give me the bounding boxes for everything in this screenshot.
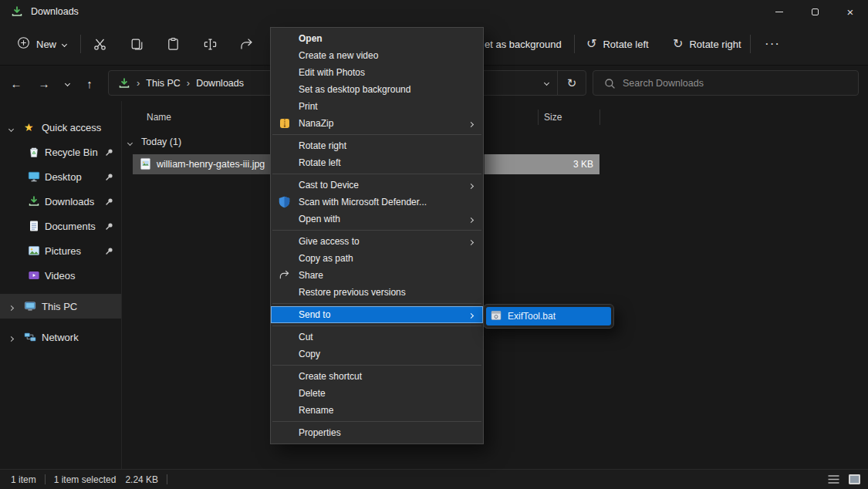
menu-item-share[interactable]: Share [271,267,483,284]
chevron-down-icon [64,80,69,86]
more-options-button[interactable]: ··· [758,30,787,58]
rotate-right-button[interactable]: ↻ Rotate right [665,30,749,58]
sidebar-item-desktop[interactable]: Desktop [0,164,121,189]
pin-icon [105,173,113,181]
status-divider [45,474,46,484]
menu-item-properties[interactable]: Properties [271,424,483,441]
copy-button[interactable] [122,30,151,58]
sidebar-item-label: Recycle Bin [45,147,98,158]
menu-item-rotate-left[interactable]: Rotate left [271,154,483,171]
search-input[interactable] [623,71,854,95]
star-icon: ★ [24,122,34,133]
window-title: Downloads [31,6,79,17]
sidebar-item-quick-access[interactable]: ★ Quick access [0,115,121,140]
menu-item-edit-with-photos[interactable]: Edit with Photos [271,64,483,81]
column-header-name[interactable]: Name [147,107,171,127]
breadcrumb-this-pc[interactable]: This PC [146,78,180,89]
recent-locations-button[interactable] [56,72,79,95]
menu-item-open[interactable]: Open [271,30,483,47]
pin-icon [105,197,113,206]
paste-button[interactable] [158,30,187,58]
minimize-button[interactable] [762,0,797,23]
this-pc-icon [24,300,36,312]
submenu-item-exiftool-bat[interactable]: ExifTool.bat [486,307,611,325]
menu-item-cast-to-device[interactable]: Cast to Device [271,177,483,194]
expand-chevron-icon[interactable] [9,301,13,312]
pin-icon [105,148,113,157]
menu-item-set-as-desktop-background[interactable]: Set as desktop background [271,81,483,98]
breadcrumb-downloads[interactable]: Downloads [196,78,244,89]
menu-item-restore-previous-versions[interactable]: Restore previous versions [271,284,483,301]
collapse-chevron-icon[interactable] [128,137,132,147]
new-button[interactable]: New [8,30,76,58]
sidebar-item-this-pc[interactable]: This PC [0,294,121,319]
expand-chevron-icon[interactable] [9,122,13,133]
column-divider[interactable] [599,110,600,125]
recycle-bin-icon [28,146,40,158]
downloads-folder-icon [11,5,23,18]
image-file-icon [139,157,152,170]
submenu-chevron-icon [469,236,473,247]
back-button[interactable]: ← [5,72,28,95]
share-button[interactable] [231,30,261,58]
sidebar-item-recycle-bin[interactable]: Recycle Bin [0,140,121,164]
cut-button[interactable] [85,30,114,58]
rename-button[interactable] [195,30,225,58]
menu-item-copy[interactable]: Copy [271,346,483,363]
menu-item-give-access-to[interactable]: Give access to [271,233,483,250]
close-button[interactable]: × [833,0,868,23]
sidebar-item-label: Network [42,332,79,343]
menu-item-send-to[interactable]: Send to [271,306,483,323]
menu-separator [272,421,481,422]
sidebar-item-label: Desktop [45,171,82,183]
menu-item-delete[interactable]: Delete [271,385,483,402]
menu-item-copy-as-path[interactable]: Copy as path [271,250,483,267]
maximize-button[interactable] [797,0,833,23]
up-icon: ↑ [86,77,93,90]
sidebar-item-pictures[interactable]: Pictures [0,238,121,263]
sidebar-item-label: Pictures [45,245,81,257]
sidebar-item-label: Documents [45,221,96,232]
menu-item-rename[interactable]: Rename [271,402,483,419]
details-view-button[interactable] [826,473,841,487]
submenu-chevron-icon [469,118,473,129]
address-dropdown-button[interactable] [535,81,557,85]
pictures-icon [28,244,40,257]
menu-item-nanazip[interactable]: NanaZip [271,115,483,132]
sidebar-item-downloads[interactable]: Downloads [0,189,121,214]
videos-icon [28,269,40,282]
toolbar-divider [80,35,81,53]
share-icon [279,269,290,281]
desktop-icon [28,170,40,183]
selection-size: 2.24 KB [125,474,158,485]
window-controls: × [762,0,868,23]
file-name: william-henry-gates-iii.jpg [157,154,265,174]
menu-item-create-a-new-video[interactable]: Create a new video [271,47,483,64]
sidebar-item-documents[interactable]: Documents [0,214,121,238]
column-header-size[interactable]: Size [544,107,562,127]
close-icon: × [847,5,854,19]
sidebar-item-network[interactable]: Network [0,325,121,349]
status-divider [167,474,167,484]
sidebar-item-videos[interactable]: Videos [0,263,121,288]
documents-icon [28,220,40,232]
view-switcher [826,473,862,487]
menu-item-create-shortcut[interactable]: Create shortcut [271,368,483,385]
rotate-left-button[interactable]: ↺ Rotate left [579,30,657,58]
copy-icon [130,37,144,52]
column-divider[interactable] [538,110,539,125]
menu-separator [272,303,481,304]
set-as-background-button[interactable]: et as background [485,39,562,50]
expand-chevron-icon[interactable] [9,332,13,343]
menu-item-rotate-right[interactable]: Rotate right [271,137,483,154]
up-button[interactable]: ↑ [78,72,101,95]
refresh-button[interactable]: ↻ [558,76,586,90]
rotate-left-icon: ↺ [586,38,596,50]
menu-item-cut[interactable]: Cut [271,329,483,346]
large-icons-view-button[interactable] [846,473,862,487]
menu-item-print[interactable]: Print [271,98,483,115]
menu-item-scan-with-microsoft-defender[interactable]: Scan with Microsoft Defender... [271,194,483,211]
menu-item-open-with[interactable]: Open with [271,211,483,228]
status-bar: 1 item 1 item selected 2.24 KB [0,469,868,489]
forward-button[interactable]: → [32,72,56,95]
